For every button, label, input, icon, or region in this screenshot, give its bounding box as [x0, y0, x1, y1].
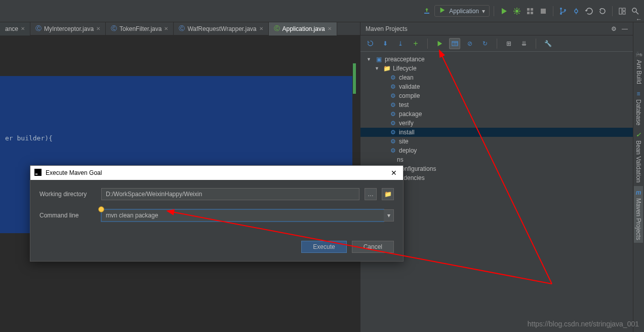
svg-point-0 [515, 10, 518, 13]
svg-rect-16 [34, 169, 42, 176]
lifecycle-phase-compile[interactable]: ⚙compile [360, 91, 633, 100]
command-line-label: Command line [39, 212, 96, 219]
execute-button[interactable]: Execute [301, 241, 346, 253]
browse-button[interactable]: … [365, 188, 377, 200]
editor-tab[interactable]: Ⓒ MyInterceptor.java ✕ [30, 22, 106, 35]
editor-tab[interactable]: Ⓒ WafRequestWrapper.java ✕ [174, 22, 268, 35]
chevron-down-icon: ▾ [482, 8, 485, 15]
svg-rect-10 [619, 8, 622, 14]
phase-label: verify [399, 120, 414, 127]
stop-icon[interactable] [538, 6, 549, 17]
gear-icon: ⚙ [389, 74, 397, 81]
editor-tab-active[interactable]: Ⓒ Application.java ✕ [269, 22, 337, 35]
expand-arrow-icon[interactable]: ▼ [375, 66, 381, 71]
debug-icon[interactable] [511, 6, 522, 17]
maven-node[interactable]: ns [360, 155, 633, 164]
minimize-icon[interactable]: — [622, 25, 628, 32]
right-tool-sidebar: 🐜Ant Build≡Database✓Bean ValidationmMave… [633, 22, 644, 332]
tool-tab-database[interactable]: ≡Database [634, 87, 643, 128]
generate-sources-icon[interactable]: ⬇ [380, 38, 391, 49]
lifecycle-phase-clean[interactable]: ⚙clean [360, 73, 633, 82]
tool-tab-label: Ant Build [635, 60, 642, 84]
intellij-icon [34, 169, 42, 177]
cancel-button[interactable]: Cancel [352, 241, 394, 253]
tool-tab-bean-validation[interactable]: ✓Bean Validation [634, 128, 643, 186]
vcs-commit-icon[interactable] [571, 6, 582, 17]
gear-icon: ⚙ [389, 138, 397, 145]
close-icon[interactable]: ✕ [389, 169, 399, 177]
svg-rect-5 [541, 9, 546, 14]
lifecycle-phase-validate[interactable]: ⚙validate [360, 82, 633, 91]
intention-bulb-icon[interactable] [98, 206, 104, 212]
vcs-update-icon[interactable] [421, 6, 432, 17]
expand-arrow-icon[interactable]: ▼ [367, 57, 373, 62]
dropdown-arrow-icon[interactable]: ▾ [384, 209, 394, 222]
close-icon[interactable]: ✕ [21, 26, 25, 31]
phase-label: deploy [399, 147, 417, 154]
phase-label: package [399, 110, 422, 118]
phase-label: site [399, 138, 409, 145]
project-name: preacceptance [385, 56, 425, 63]
dialog-titlebar[interactable]: Execute Maven Goal ✕ [30, 166, 403, 180]
settings-icon[interactable]: 🔧 [542, 38, 553, 49]
java-class-icon: Ⓒ [35, 24, 42, 33]
svg-point-8 [564, 9, 566, 11]
phase-label: clean [399, 74, 414, 81]
editor-tab[interactable]: ance ✕ [0, 22, 30, 35]
close-icon[interactable]: ✕ [328, 26, 332, 31]
inspection-marker [353, 63, 356, 94]
working-directory-input[interactable] [101, 188, 359, 200]
tool-tab-ant-build[interactable]: 🐜Ant Build [634, 48, 643, 87]
execute-goal-icon[interactable]: m [449, 38, 460, 49]
refresh-icon[interactable]: ↻ [479, 38, 491, 49]
vcs-history-icon[interactable] [584, 6, 595, 17]
lifecycle-phase-test[interactable]: ⚙test [360, 100, 633, 109]
tool-tab-icon: 🐜 [635, 51, 642, 58]
collapse-arrow-icon[interactable]: ← [634, 14, 644, 24]
lifecycle-phase-deploy[interactable]: ⚙deploy [360, 146, 633, 155]
run-configuration-selector[interactable]: Application ▾ [434, 5, 490, 17]
close-icon[interactable]: ✕ [164, 26, 168, 31]
lifecycle-phase-verify[interactable]: ⚙verify [360, 119, 633, 128]
tool-tab-label: Maven Projects [635, 198, 642, 240]
execute-maven-goal-dialog: Execute Maven Goal ✕ Working directory …… [30, 165, 404, 262]
lifecycle-node[interactable]: ▼ 📁 Lifecycle [360, 64, 633, 73]
maven-panel-header: Maven Projects ⚙ — [360, 22, 633, 35]
gear-icon: ⚙ [389, 101, 397, 108]
gear-icon: ⚙ [389, 129, 397, 136]
toggle-offline-icon[interactable]: ⊘ [464, 38, 475, 49]
tab-label: ance [5, 25, 18, 32]
lifecycle-phase-site[interactable]: ⚙site [360, 137, 633, 146]
add-icon[interactable]: + [410, 38, 421, 49]
folder-icon[interactable]: 📁 [382, 188, 394, 200]
run-config-label: Application [449, 8, 479, 15]
phase-label: compile [399, 92, 420, 99]
lifecycle-phase-install[interactable]: ⚙install [360, 128, 633, 137]
lifecycle-phase-package[interactable]: ⚙package [360, 109, 633, 119]
show-dependencies-icon[interactable]: ⊞ [503, 38, 514, 49]
run-icon[interactable] [498, 6, 509, 17]
svg-rect-12 [623, 12, 625, 14]
tab-label: Application.java [283, 25, 325, 32]
svg-text:m: m [453, 40, 458, 46]
vcs-revert-icon[interactable] [597, 6, 608, 17]
tool-tab-maven-projects[interactable]: mMaven Projects [634, 186, 643, 243]
lifecycle-label: Lifecycle [393, 65, 417, 72]
maven-toolbar: ⬇ ⤓ + m ⊘ ↻ ⊞ ⇊ 🔧 [360, 35, 633, 52]
run-maven-icon[interactable] [434, 38, 445, 49]
editor-tab[interactable]: Ⓒ TokenFilter.java ✕ [106, 22, 174, 35]
close-icon[interactable]: ✕ [259, 26, 263, 31]
close-icon[interactable]: ✕ [96, 26, 100, 31]
collapse-all-icon[interactable]: ⇊ [518, 38, 530, 49]
svg-rect-3 [527, 12, 530, 14]
tool-tab-icon: ≡ [637, 90, 640, 97]
git-branch-icon[interactable] [557, 6, 569, 17]
coverage-icon[interactable] [525, 6, 536, 17]
reimport-icon[interactable] [365, 38, 376, 49]
maven-project-node[interactable]: ▼ ▣ preacceptance [360, 55, 633, 64]
command-line-input[interactable] [101, 209, 384, 222]
project-structure-icon[interactable] [617, 6, 628, 17]
gear-icon[interactable]: ⚙ [611, 25, 617, 32]
download-icon[interactable]: ⤓ [395, 38, 406, 49]
tab-label: WafRequestWrapper.java [187, 25, 256, 32]
